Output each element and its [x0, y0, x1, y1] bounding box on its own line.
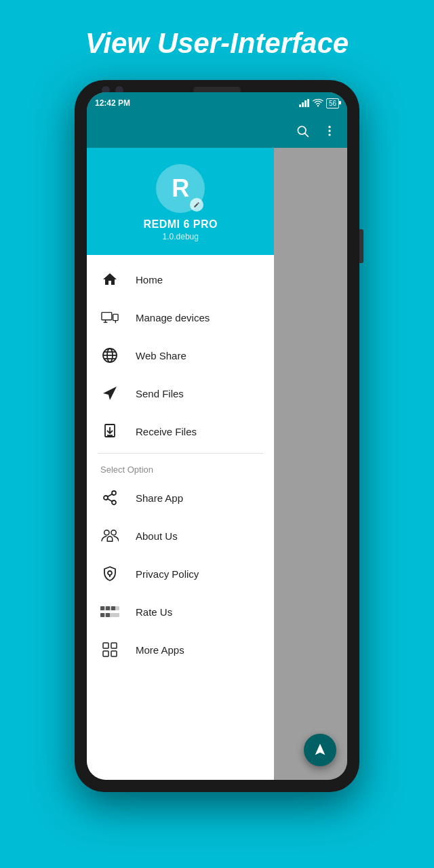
menu-label-more-apps: More Apps: [136, 644, 184, 656]
fab-button[interactable]: [304, 734, 336, 766]
menu-item-send-files[interactable]: Send Files: [87, 374, 274, 412]
menu-item-more-apps[interactable]: More Apps: [87, 631, 274, 669]
avatar: R: [156, 164, 205, 213]
svg-rect-40: [111, 643, 117, 648]
rate-icon: [100, 602, 119, 621]
svg-line-26: [108, 499, 113, 502]
phone-wrapper: 12:42 PM: [0, 73, 434, 792]
svg-point-8: [328, 130, 330, 132]
battery-cap: [339, 101, 341, 104]
menu-label-web-share: Web Share: [136, 350, 186, 361]
menu-label-rate-us: Rate Us: [136, 606, 172, 618]
svg-line-6: [305, 134, 309, 137]
avatar-edit-icon[interactable]: [190, 198, 203, 212]
privacy-icon: [100, 564, 119, 583]
status-icons: 56: [299, 98, 339, 108]
menu-item-home[interactable]: Home: [87, 260, 274, 298]
menu-label-share-app: Share App: [136, 492, 183, 504]
phone-screen: 12:42 PM: [87, 92, 347, 780]
status-time: 12:42 PM: [95, 98, 130, 108]
svg-point-28: [104, 530, 109, 535]
volume-button: [359, 229, 363, 263]
menu-item-manage-devices[interactable]: Manage devices: [87, 298, 274, 336]
menu-label-about-us: About Us: [136, 530, 178, 542]
svg-point-30: [108, 571, 112, 575]
main-menu: Home: [87, 255, 274, 674]
svg-rect-0: [299, 104, 301, 107]
web-icon: [100, 346, 119, 365]
menu-item-receive-files[interactable]: Receive Files: [87, 412, 274, 450]
screen-body: R REDMI 6 PRO 1.0.debug: [87, 148, 347, 780]
menu-label-receive-files: Receive Files: [136, 426, 197, 437]
share-icon: [100, 488, 119, 507]
page-background: View User-Interface 12:42 PM: [0, 0, 434, 792]
main-content: [274, 148, 347, 780]
page-title: View User-Interface: [0, 0, 434, 73]
svg-rect-39: [103, 643, 108, 648]
menu-label-home: Home: [136, 274, 163, 285]
svg-point-25: [112, 500, 116, 505]
svg-point-7: [328, 126, 330, 128]
drawer-username: REDMI 6 PRO: [143, 218, 218, 231]
menu-item-rate-us[interactable]: Rate Us: [87, 593, 274, 631]
svg-rect-10: [102, 313, 112, 320]
svg-rect-3: [307, 99, 309, 107]
send-icon: [100, 384, 119, 403]
drawer-header: R REDMI 6 PRO 1.0.debug: [87, 148, 274, 255]
svg-rect-35: [106, 606, 110, 610]
svg-rect-2: [304, 100, 307, 107]
wifi-icon: [313, 99, 323, 107]
svg-rect-37: [100, 613, 104, 617]
home-icon: [100, 270, 119, 289]
nav-drawer: R REDMI 6 PRO 1.0.debug: [87, 148, 274, 780]
signal-icon: [299, 99, 310, 107]
menu-item-privacy-policy[interactable]: Privacy Policy: [87, 555, 274, 593]
navigation-icon: [313, 743, 328, 757]
section-label: Select Option: [87, 456, 274, 479]
svg-rect-34: [100, 606, 104, 610]
more-apps-icon: [100, 640, 119, 659]
menu-label-send-files: Send Files: [136, 388, 184, 399]
svg-line-27: [108, 494, 113, 497]
svg-point-4: [317, 105, 319, 106]
svg-point-23: [112, 491, 116, 495]
receive-icon: [100, 422, 119, 441]
phone-frame: 12:42 PM: [75, 80, 359, 792]
svg-point-9: [328, 134, 330, 136]
status-bar: 12:42 PM: [87, 92, 347, 114]
app-toolbar: [87, 114, 347, 148]
more-icon[interactable]: [323, 124, 336, 138]
menu-label-manage-devices: Manage devices: [136, 312, 210, 323]
menu-label-privacy-policy: Privacy Policy: [136, 568, 199, 580]
battery-indicator: 56: [326, 98, 339, 108]
svg-rect-42: [111, 651, 117, 656]
menu-item-about-us[interactable]: About Us: [87, 517, 274, 555]
search-icon[interactable]: [296, 124, 309, 138]
svg-rect-1: [302, 102, 304, 107]
drawer-version: 1.0.debug: [163, 232, 199, 241]
svg-point-24: [104, 496, 108, 500]
menu-item-share-app[interactable]: Share App: [87, 479, 274, 517]
svg-point-29: [111, 530, 116, 535]
menu-divider: [98, 453, 263, 454]
about-icon: [100, 526, 119, 545]
svg-rect-38: [106, 613, 110, 617]
menu-item-web-share[interactable]: Web Share: [87, 336, 274, 374]
svg-rect-11: [113, 314, 118, 320]
svg-rect-36: [111, 606, 115, 610]
devices-icon: [100, 308, 119, 327]
svg-rect-41: [103, 651, 108, 656]
